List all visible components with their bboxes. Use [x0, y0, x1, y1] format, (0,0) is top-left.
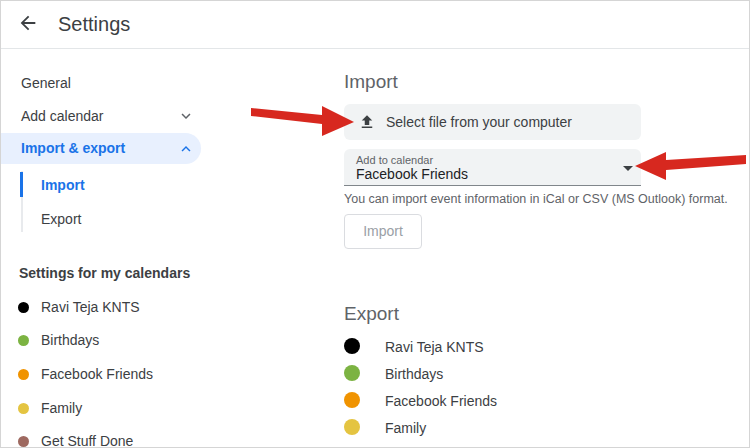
dropdown-caret-icon: [623, 166, 633, 171]
sidebar-item-import-export[interactable]: Import & export: [1, 133, 201, 164]
my-calendars-section-title: Settings for my calendars: [19, 265, 190, 281]
arrow-left-icon: [17, 12, 39, 38]
calendar-label: Get Stuff Done: [41, 433, 133, 448]
export-calendar-item: Facebook Friends: [344, 391, 644, 411]
calendar-label: Ravi Teja KNTS: [41, 299, 140, 315]
sidebar-subitem-import[interactable]: Import: [41, 177, 85, 193]
sidebar-calendar-item[interactable]: Facebook Friends: [1, 364, 331, 384]
calendar-color-dot: [18, 335, 29, 346]
calendar-color-dot: [344, 392, 360, 408]
settings-page: Settings General Add calendar Import & e…: [0, 0, 750, 448]
export-calendar-item: Ravi Teja KNTS: [344, 337, 644, 357]
export-calendar-item: Birthdays: [344, 364, 644, 384]
calendar-color-dot: [344, 338, 360, 354]
calendar-color-dot: [18, 302, 29, 313]
annotation-arrow-left-icon: [635, 151, 747, 183]
sidebar-item-general[interactable]: General: [21, 75, 71, 91]
chevron-up-icon: [177, 140, 195, 158]
subnav-active-indicator: [20, 172, 23, 197]
calendar-color-dot: [18, 403, 29, 414]
sidebar-calendar-item[interactable]: Birthdays: [1, 330, 331, 350]
import-section-heading: Import: [344, 71, 398, 93]
sidebar-calendar-item[interactable]: Get Stuff Done: [1, 431, 331, 448]
sidebar-item-add-calendar[interactable]: Add calendar: [21, 108, 104, 124]
chevron-down-icon: [177, 107, 195, 125]
sidebar-item-label: Import & export: [21, 133, 125, 164]
annotation-arrow-right-icon: [251, 103, 355, 137]
calendar-color-dot: [18, 369, 29, 380]
calendar-label: Facebook Friends: [41, 366, 153, 382]
header-bar: Settings: [1, 1, 749, 49]
calendar-label: Family: [41, 400, 82, 416]
calendar-label: Ravi Teja KNTS: [385, 339, 484, 355]
upload-icon: [358, 113, 376, 131]
dropdown-selected-value: Facebook Friends: [356, 166, 468, 182]
sidebar-calendar-item[interactable]: Family: [1, 398, 331, 418]
dropdown-label: Add to calendar: [356, 154, 433, 166]
calendar-label: Facebook Friends: [385, 393, 497, 409]
calendar-label: Birthdays: [41, 332, 99, 348]
sidebar-calendar-item[interactable]: Ravi Teja KNTS: [1, 297, 331, 317]
select-file-label: Select file from your computer: [386, 104, 572, 140]
export-calendar-item: Family: [344, 418, 644, 438]
calendar-color-dot: [344, 419, 360, 435]
select-file-button[interactable]: Select file from your computer: [344, 104, 641, 140]
add-to-calendar-dropdown[interactable]: Add to calendar Facebook Friends: [344, 149, 641, 186]
import-button[interactable]: Import: [344, 214, 422, 249]
import-format-helper-text: You can import event information in iCal…: [344, 192, 728, 206]
back-button[interactable]: [15, 12, 41, 38]
calendar-color-dot: [18, 436, 29, 447]
calendar-label: Family: [385, 420, 426, 436]
sidebar-subitem-export[interactable]: Export: [41, 211, 81, 227]
export-section-heading: Export: [344, 303, 399, 325]
calendar-label: Birthdays: [385, 366, 443, 382]
calendar-color-dot: [344, 365, 360, 381]
page-title: Settings: [58, 1, 130, 48]
